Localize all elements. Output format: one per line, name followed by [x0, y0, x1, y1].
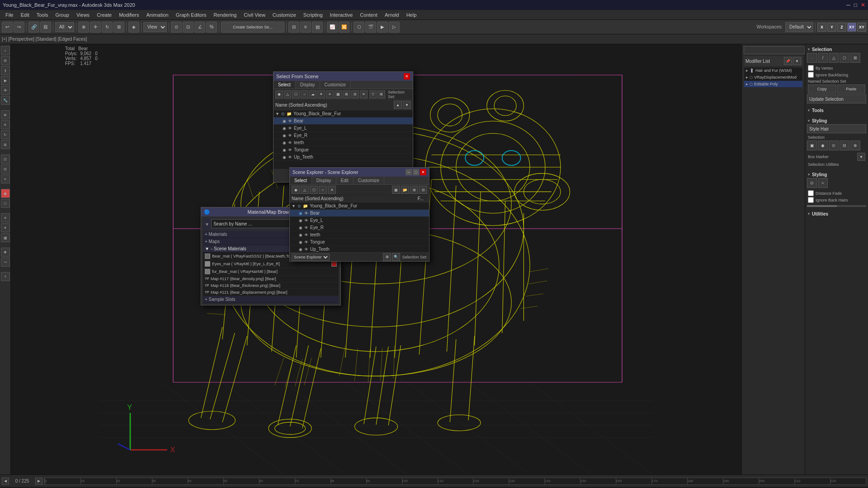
sfs-btn6[interactable]: ✦	[317, 90, 325, 99]
workspace-select[interactable]: Default	[785, 22, 813, 32]
helpers-btn[interactable]: ✚	[1, 248, 10, 257]
se-tab-select[interactable]: Select	[290, 177, 312, 184]
update-selection-btn[interactable]: Update Selection	[807, 94, 866, 103]
mat-sample-section[interactable]: + Sample Slots	[203, 296, 339, 303]
sfs-btn8[interactable]: ▦	[335, 90, 342, 99]
se-icon-1[interactable]: ▦	[392, 186, 400, 194]
mod-item-edpoly[interactable]: ▸ ⬡ Editable Poly	[744, 81, 802, 88]
menu-item-create[interactable]: Create	[93, 11, 115, 19]
render-prod-btn[interactable]: ▷	[389, 22, 400, 33]
se-icon-3[interactable]: ⊞	[410, 186, 418, 194]
layer-btn[interactable]: ▤	[312, 22, 323, 33]
filter-select[interactable]: All	[55, 22, 74, 32]
menu-item-scripting[interactable]: Scripting	[300, 11, 326, 19]
hierarchy-btn[interactable]: ≬	[1, 66, 10, 75]
move-object-btn[interactable]: ✛	[1, 120, 10, 129]
se-footer-btn1[interactable]: ⊞	[383, 253, 391, 261]
sfs-btn7[interactable]: ≡	[326, 90, 334, 99]
style-icon-3[interactable]: ⊙	[829, 141, 839, 150]
se-tab-edit[interactable]: Edit	[336, 177, 354, 184]
modify-mode-btn[interactable]: ⚙	[1, 56, 10, 65]
utilities-title[interactable]: ▼ Utilities	[807, 211, 866, 217]
timeline-track[interactable]: 0102030405060708090100110120130140150160…	[44, 478, 866, 485]
se-minimize-btn[interactable]: ─	[406, 169, 412, 175]
mod-item-vray[interactable]: ▸ ⬡ VRayDisplacementMod	[744, 74, 802, 81]
move-btn[interactable]: ✛	[90, 22, 101, 33]
tab-customize[interactable]: Customize	[320, 81, 351, 89]
render-to-tex-btn[interactable]: ▦	[1, 233, 10, 242]
view-select[interactable]: View	[143, 22, 167, 32]
menu-item-modifiers[interactable]: Modifiers	[115, 11, 143, 19]
sort-desc-btn[interactable]: ▼	[403, 101, 411, 109]
menu-item-civil-view[interactable]: Civil View	[240, 11, 269, 19]
render-setup-btn[interactable]: 🎬	[365, 22, 376, 33]
sfs-eyeleft-item[interactable]: ◉ 👁 Eye_L	[274, 125, 413, 132]
sfs-upteeth-item[interactable]: ◉ 👁 Up_Teeth	[274, 154, 413, 161]
mat-item-4[interactable]: 🗺 Map #118 (Bear_thickness.png) [Bear]	[203, 282, 339, 289]
tab-display[interactable]: Display	[296, 81, 320, 89]
sfs-filter-btn[interactable]: ▽	[369, 90, 377, 99]
style-icon-4[interactable]: ⊟	[840, 141, 849, 150]
se-root-item[interactable]: ▼ ⊙ 📁 Young_Black_Bear_Fur	[290, 202, 429, 210]
tools-title[interactable]: ▼ Tools	[807, 107, 866, 114]
se-close-btn[interactable]: ✕	[420, 169, 426, 175]
pivot-btn[interactable]: ⊙	[171, 22, 182, 33]
se-icon-2[interactable]: 📂	[401, 186, 409, 194]
menu-item-file[interactable]: File	[2, 11, 17, 19]
menu-item-animation[interactable]: Animation	[143, 11, 172, 19]
timeline-next-btn[interactable]: ▶	[35, 478, 42, 485]
sfs-root-item[interactable]: ▼ ⊙ 📁 Young_Black_Bear_Fur	[274, 110, 413, 117]
select-object-btn[interactable]: ⊕	[1, 110, 10, 119]
curve-editor-btn[interactable]: 📈	[327, 22, 338, 33]
se-upteeth-item[interactable]: ◉ 👁 Up_Teeth	[290, 246, 429, 252]
environment-btn[interactable]: ☀	[1, 213, 10, 222]
se-btn2[interactable]: △	[301, 186, 309, 194]
se-tab-display[interactable]: Display	[312, 177, 336, 184]
sfs-btn9[interactable]: ⊞	[343, 90, 351, 99]
ignore-backfacing-cb[interactable]	[808, 72, 814, 78]
style-icon-1[interactable]: ▣	[807, 141, 817, 150]
display-btn[interactable]: 👁	[1, 86, 10, 95]
by-vertex-cb[interactable]	[808, 65, 814, 71]
ignore-back-hairs-cb[interactable]	[808, 197, 814, 203]
se-titlebar[interactable]: Scene Explorer - Scene Explorer ─ □ ✕	[290, 168, 429, 177]
snap-btn[interactable]: ⊡	[183, 22, 193, 33]
ref-coord-btn[interactable]: ◈	[128, 22, 139, 33]
select-from-scene-titlebar[interactable]: Select From Scene ✕	[274, 72, 413, 81]
x-btn[interactable]: X	[817, 23, 826, 32]
spacewarps-btn[interactable]: 〜	[1, 258, 10, 267]
tab-select[interactable]: Select	[274, 81, 296, 89]
xy-btn[interactable]: XY	[847, 23, 856, 32]
effects-btn[interactable]: ✦	[1, 223, 10, 232]
style-icon-5[interactable]: ⊕	[850, 141, 860, 150]
se-dropdown[interactable]: Scene Explorer	[292, 253, 330, 261]
se-teeth-item[interactable]: ◉ 👁 teeth	[290, 231, 429, 239]
menu-item-interactive[interactable]: Interactive	[326, 11, 357, 19]
scale-btn[interactable]: ⊞	[113, 22, 124, 33]
sfs-btn10[interactable]: ⊟	[351, 90, 359, 99]
undo-btn[interactable]: ↩	[2, 22, 13, 33]
sel-element-btn[interactable]: ⊞	[850, 53, 860, 63]
mat-item-2[interactable]: fur_Bear_mat ( VRayHairMtl ) [Bear]	[203, 268, 339, 276]
menu-item-graph-editors[interactable]: Graph Editors	[172, 11, 210, 19]
sfs-btn11[interactable]: ✕	[360, 90, 368, 99]
rotate-object-btn[interactable]: ↻	[1, 130, 10, 139]
minimize-btn[interactable]: ─	[846, 2, 850, 8]
menu-item-views[interactable]: Views	[73, 11, 93, 19]
menu-item-tools[interactable]: Tools	[33, 11, 52, 19]
redo-btn[interactable]: ↪	[14, 22, 24, 33]
se-tongue-item[interactable]: ◉ 👁 Tongue	[290, 239, 429, 246]
material-btn[interactable]: ⬡	[354, 22, 364, 33]
percent-snap-btn[interactable]: %	[206, 22, 217, 33]
mod-item-hair[interactable]: ▸ 💈 Hair and Fur (WSM)	[744, 67, 802, 74]
utilities-btn[interactable]: 🔧	[1, 96, 10, 105]
se-eyeleft-item[interactable]: ◉ 👁 Eye_L	[290, 217, 429, 224]
sfs-btn1[interactable]: ◉	[275, 90, 283, 99]
menu-item-arnold[interactable]: Arnold	[381, 11, 403, 19]
mat-item-3[interactable]: 🗺 Map #117 (Bear_density.png) [Bear]	[203, 276, 339, 282]
z-btn[interactable]: Z	[837, 23, 846, 32]
styling2-title[interactable]: ▼ Styling	[807, 171, 866, 178]
style2-icon-1[interactable]: ⊙	[807, 178, 817, 188]
paste-btn[interactable]: Paste	[837, 84, 866, 94]
sfs-btn4[interactable]: ○	[301, 90, 308, 99]
